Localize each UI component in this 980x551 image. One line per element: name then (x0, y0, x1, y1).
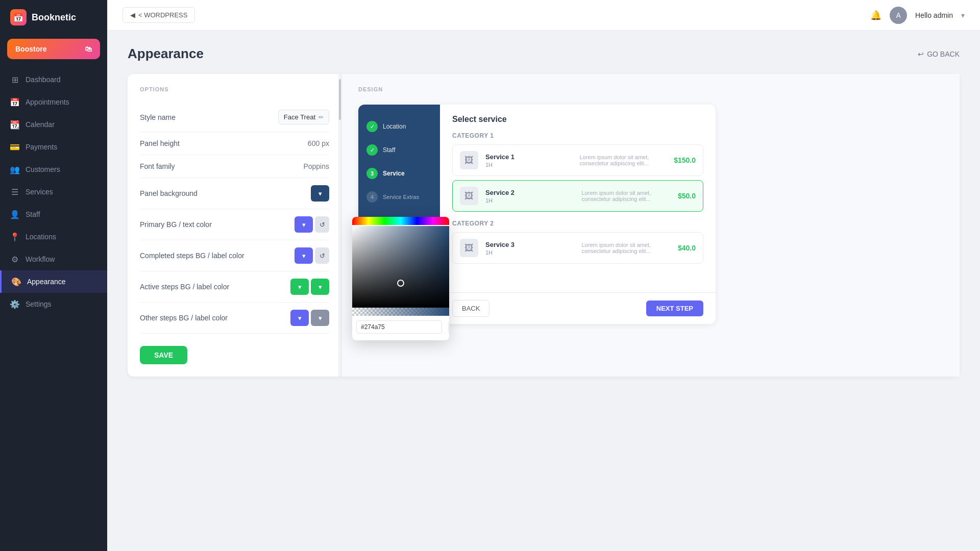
sidebar-item-locations[interactable]: 📍 Locations (0, 226, 107, 248)
primary-bg-reset-button[interactable]: ↺ (315, 216, 329, 233)
color-ok-button[interactable]: Ok (448, 320, 449, 334)
style-name-value: Face Treat (284, 113, 315, 121)
category-2-title: Category 2 (452, 220, 703, 227)
primary-bg-color-controls: ▾ ↺ (295, 216, 329, 233)
locations-icon: 📍 (10, 232, 19, 241)
options-panel: OPTIONS Style name Face Treat ✏ Panel he… (128, 74, 342, 377)
service-card-3[interactable]: 🖼 Service 3 1H Lorem ipsum dolor sit ame… (452, 232, 703, 264)
next-step-button[interactable]: NEXT STEP (646, 300, 703, 316)
sidebar-item-services[interactable]: ☰ Services (0, 181, 107, 203)
step-circle-service: 3 (366, 168, 378, 179)
other-steps-color-button-2[interactable]: ▾ (311, 310, 329, 326)
color-spectrum-bar[interactable] (352, 217, 449, 225)
sidebar-item-label: Dashboard (26, 76, 61, 84)
completed-steps-color-controls: ▾ ↺ (295, 247, 329, 264)
topbar-left: ◀ < WORDPRESS (122, 7, 195, 23)
step-circle-service-extras: 4 (366, 191, 378, 203)
service-2-image: 🖼 (460, 187, 478, 205)
panel-height-input[interactable]: 600 px (308, 139, 329, 147)
sidebar-item-dashboard[interactable]: ⊞ Dashboard (0, 68, 107, 91)
primary-bg-color-button[interactable]: ▾ (295, 216, 313, 233)
booking-main: Select service Category 1 🖼 Service 1 1H… (440, 105, 716, 324)
style-name-row: Style name Face Treat ✏ (140, 103, 329, 132)
service-3-duration: 1H (485, 249, 574, 256)
panel-background-color-button[interactable]: ▾ (311, 185, 329, 202)
color-cursor[interactable] (397, 280, 404, 287)
sidebar-item-settings[interactable]: ⚙️ Settings (0, 293, 107, 315)
color-alpha-bar[interactable] (352, 308, 449, 316)
sidebar-item-payments[interactable]: 💳 Payments (0, 136, 107, 158)
back-button[interactable]: BACK (452, 300, 489, 317)
sidebar-item-workflow[interactable]: ⚙ Workflow (0, 248, 107, 270)
panel-background-label: Panel background (140, 189, 198, 197)
service-card-1[interactable]: 🖼 Service 1 1H Lorem ipsum dolor sit ame… (452, 144, 703, 176)
sidebar-item-staff[interactable]: 👤 Staff (0, 203, 107, 226)
booking-footer: BACK NEXT STEP (440, 292, 716, 324)
color-picker-popup: Ok (352, 217, 449, 340)
notification-icon[interactable]: 🔔 (870, 10, 881, 21)
sidebar-item-calendar[interactable]: 📆 Calendar (0, 113, 107, 136)
admin-avatar-letter: A (896, 11, 900, 19)
app-logo-icon: 📅 (10, 9, 27, 26)
select-service-title: Select service (452, 115, 703, 124)
panel-container: OPTIONS Style name Face Treat ✏ Panel he… (128, 74, 960, 377)
active-steps-color-button-2[interactable]: ▾ (311, 279, 329, 295)
font-family-row: Font family Poppins (140, 155, 329, 178)
color-gradient-area[interactable] (352, 226, 449, 308)
customers-icon: 👥 (10, 165, 19, 174)
completed-steps-color-button[interactable]: ▾ (295, 247, 313, 264)
style-name-label: Style name (140, 113, 176, 121)
active-steps-color-button-1[interactable]: ▾ (290, 279, 309, 295)
sidebar-logo: 📅 Booknetic (0, 0, 107, 35)
appointments-icon: 📅 (10, 97, 19, 107)
other-steps-color-button[interactable]: ▾ (290, 310, 309, 326)
boostore-label: Boostore (15, 45, 46, 53)
sidebar-item-label: Payments (26, 143, 57, 151)
panel-height-value: 600 (308, 139, 320, 147)
service-3-description: Lorem ipsum dolor sit amet, consectetur … (581, 242, 670, 254)
step-circle-staff: ✓ (366, 144, 378, 156)
app-name: Booknetic (32, 12, 76, 23)
settings-icon: ⚙️ (10, 299, 19, 309)
admin-name: Hello admin (915, 11, 953, 19)
sidebar: 📅 Booknetic Boostore 🛍 ⊞ Dashboard 📅 App… (0, 0, 107, 551)
service-1-image: 🖼 (460, 151, 478, 169)
go-back-button[interactable]: ↩ GO BACK (918, 50, 960, 58)
services-icon: ☰ (10, 187, 19, 196)
booking-content: Select service Category 1 🖼 Service 1 1H… (440, 105, 716, 292)
service-3-price: $40.0 (678, 244, 696, 252)
save-button-area: SAVE (140, 334, 329, 364)
staff-icon: 👤 (10, 210, 19, 219)
step-label-staff: Staff (383, 146, 395, 154)
active-steps-color-controls: ▾ ▾ (290, 279, 329, 295)
service-card-2[interactable]: 🖼 Service 2 1H Lorem ipsum dolor sit ame… (452, 180, 703, 212)
panel-height-row: Panel height 600 px (140, 132, 329, 155)
design-section-label: DESIGN (358, 86, 943, 92)
color-hex-input[interactable] (356, 320, 442, 334)
dashboard-icon: ⊞ (10, 75, 19, 84)
completed-steps-reset-button[interactable]: ↺ (315, 247, 329, 264)
admin-dropdown-icon[interactable]: ▾ (961, 11, 965, 19)
go-back-arrow-icon: ↩ (918, 50, 924, 58)
category-1-title: Category 1 (452, 132, 703, 139)
service-2-name: Service 2 (485, 189, 574, 196)
payments-icon: 💳 (10, 142, 19, 152)
other-steps-label: Other steps BG / label color (140, 314, 228, 322)
wordpress-button[interactable]: ◀ < WORDPRESS (122, 7, 195, 23)
other-steps-color-controls: ▾ ▾ (290, 310, 329, 326)
style-name-input[interactable]: Face Treat ✏ (278, 110, 329, 124)
calendar-icon: 📆 (10, 120, 19, 129)
sidebar-item-customers[interactable]: 👥 Customers (0, 158, 107, 181)
sidebar-item-appearance[interactable]: 🎨 Appearance (0, 270, 107, 293)
options-scrollbar (338, 74, 341, 377)
go-back-label: GO BACK (927, 50, 960, 58)
boostore-button[interactable]: Boostore 🛍 (7, 39, 100, 59)
page-title: Appearance (128, 46, 204, 62)
sidebar-item-label: Staff (26, 210, 40, 218)
sidebar-item-appointments[interactable]: 📅 Appointments (0, 91, 107, 113)
save-button[interactable]: SAVE (140, 346, 187, 364)
page-header: Appearance ↩ GO BACK (128, 46, 960, 62)
service-3-info: Service 3 1H (485, 241, 574, 256)
panel-height-label: Panel height (140, 139, 180, 147)
font-family-value: Poppins (303, 162, 329, 170)
